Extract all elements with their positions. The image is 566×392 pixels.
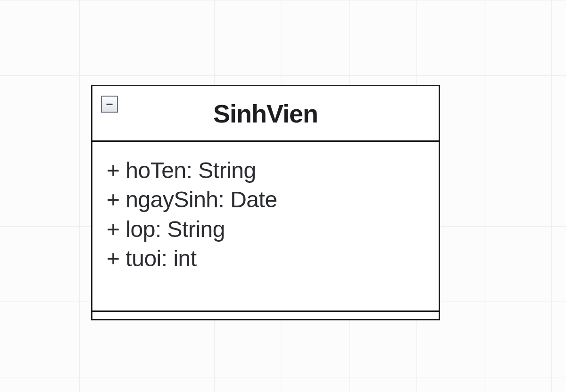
attribute-text: + ngaySinh: Date bbox=[107, 187, 277, 212]
methods-compartment bbox=[92, 310, 439, 319]
collapse-toggle-icon[interactable]: − bbox=[101, 96, 118, 113]
uml-class-box[interactable]: − SinhVien + hoTen: String + ngaySinh: D… bbox=[91, 85, 440, 320]
attributes-compartment: + hoTen: String + ngaySinh: Date + lop: … bbox=[92, 142, 439, 310]
attribute-text: + lop: String bbox=[107, 217, 225, 242]
attribute-text: + hoTen: String bbox=[107, 158, 256, 183]
attribute-row[interactable]: + ngaySinh: Date bbox=[107, 185, 424, 214]
class-name: SinhVien bbox=[213, 99, 318, 128]
attribute-row[interactable]: + lop: String bbox=[107, 215, 424, 244]
class-header: − SinhVien bbox=[92, 86, 439, 142]
attribute-row[interactable]: + hoTen: String bbox=[107, 156, 424, 185]
attribute-text: + tuoi: int bbox=[107, 246, 197, 271]
attribute-row[interactable]: + tuoi: int bbox=[107, 244, 424, 273]
